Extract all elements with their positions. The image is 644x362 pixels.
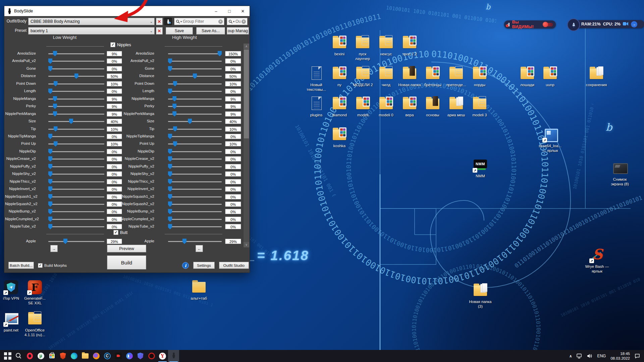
taskbar-red-utility-app[interactable] [146, 350, 157, 362]
settings-button[interactable]: Settings [193, 262, 215, 269]
desktop-icon-Снимок[interactable]: Снимок экрана (8) [605, 160, 635, 187]
slider-thumb[interactable] [48, 88, 52, 94]
taskbar-microsoft-store[interactable] [46, 350, 57, 362]
record-camera-icon[interactable] [623, 21, 629, 27]
slider-track[interactable] [168, 204, 222, 205]
slider-thumb[interactable] [48, 134, 52, 139]
network-icon[interactable] [577, 354, 582, 359]
slider-thumb[interactable] [168, 201, 172, 207]
slider-value[interactable]: 0% [225, 179, 241, 184]
info-button[interactable]: i [182, 262, 189, 269]
outfit-body-combobox[interactable]: CBBE 3BBB Body Amazing ⌄ [28, 18, 155, 25]
slider-value[interactable]: 0% [225, 201, 241, 207]
edit-body-button[interactable] [164, 18, 172, 25]
slider-thumb[interactable] [48, 149, 52, 154]
slider-value[interactable]: 0% [225, 194, 241, 199]
action-center-icon[interactable] [635, 354, 640, 359]
visibility-indicator-overlay[interactable]: Вы ВИДИМЫ! [504, 20, 556, 28]
preview-button[interactable]: Preview [107, 245, 146, 252]
slider-track[interactable] [48, 68, 104, 69]
slider-track[interactable] [48, 174, 104, 175]
taskbar-win-app[interactable] [124, 350, 135, 362]
group-filter-searchbox[interactable]: ▾ Group Filter ✕ [174, 18, 224, 25]
slider-thumb[interactable] [48, 156, 52, 162]
slider-thumb[interactable] [168, 66, 172, 71]
slider-track[interactable] [48, 204, 104, 205]
taskbar-search-button[interactable] [13, 350, 24, 362]
scroll-up-button[interactable]: ∧ [244, 44, 249, 49]
slider-track[interactable] [168, 61, 222, 62]
slider-value[interactable]: 0% [225, 134, 241, 139]
slider-value[interactable]: 50% [225, 73, 241, 79]
slider-thumb[interactable] [48, 164, 52, 169]
taskbar-utorrent[interactable]: µ [35, 350, 46, 362]
tray-overflow-chevron-icon[interactable]: ∧ [569, 354, 572, 358]
group-manager-button[interactable]: oup Manag [227, 27, 249, 35]
slider-thumb[interactable] [48, 171, 52, 177]
minimize-button[interactable]: – [209, 6, 223, 16]
slider-thumb[interactable] [48, 58, 52, 64]
desktop-icon-koshka[interactable]: koshka [325, 127, 354, 148]
taskbar-screen-capture-app[interactable] [113, 350, 124, 362]
slider-thumb[interactable] [48, 194, 52, 199]
taskbar-brave-browser[interactable] [57, 350, 68, 362]
desktop-icon-GenerateF...[interactable]: F↗GenerateF... SE XXL [20, 279, 50, 306]
slider-thumb[interactable] [53, 51, 57, 56]
slider-thumb[interactable] [173, 141, 177, 146]
slider-thumb[interactable] [53, 111, 57, 117]
slider-value[interactable]: 0% [225, 171, 241, 177]
slider-thumb[interactable] [182, 239, 186, 244]
slider-thumb[interactable] [54, 141, 58, 146]
slider-thumb[interactable] [168, 209, 172, 214]
slider-thumb[interactable] [168, 224, 172, 229]
desktop-icon-NMM[interactable]: NMM↗NMM [466, 157, 495, 178]
slider-thumb[interactable] [48, 179, 52, 184]
slider-thumb[interactable] [168, 134, 172, 139]
desktop-icon-OpenOffice[interactable]: OpenOffice 4.1.11 (ru)... [20, 311, 50, 338]
slider-track[interactable] [48, 226, 104, 227]
desktop-icon-норды[interactable]: норды [465, 66, 494, 87]
slider-value[interactable]: 0% [225, 186, 241, 192]
slider-thumb[interactable] [173, 81, 177, 86]
slider-thumb[interactable] [54, 126, 58, 132]
save-button[interactable]: Save [166, 27, 193, 35]
slider-value[interactable]: 9% [225, 111, 241, 117]
slider-thumb[interactable] [74, 73, 78, 79]
build-morphs-checkbox[interactable]: ✓ Build Morphs [38, 263, 67, 268]
slider-track[interactable] [168, 196, 222, 197]
outfit-studio-button[interactable]: Outfit Studio [219, 262, 249, 269]
copy-to-high-button[interactable]: → [50, 245, 58, 252]
slider-thumb[interactable] [48, 209, 52, 214]
slider-thumb[interactable] [48, 224, 52, 229]
scroll-down-button[interactable]: ∨ [244, 242, 249, 247]
desktop-icon-uunp[interactable]: uunp [535, 66, 565, 87]
slider-thumb[interactable] [63, 239, 67, 244]
slider-value[interactable]: 10% [225, 141, 241, 146]
performance-monitor-overlay[interactable]: RAM:21% CPU: 2% → [569, 20, 644, 28]
slider-track[interactable] [48, 219, 104, 220]
clear-search-icon[interactable]: ✕ [218, 19, 223, 24]
taskbar-ccleaner[interactable]: C [102, 350, 113, 362]
expand-arrow-button[interactable]: → [631, 21, 637, 27]
slider-value[interactable]: 40% [225, 119, 241, 124]
slider-track[interactable] [168, 181, 222, 182]
checkbox-checked-icon[interactable]: ✓ [38, 263, 43, 268]
slider-thumb[interactable] [48, 201, 52, 207]
search-dropdown-icon[interactable]: ▾ [233, 20, 234, 23]
slider-track[interactable] [168, 189, 222, 190]
taskbar-firefox-browser[interactable] [91, 350, 102, 362]
slider-thumb[interactable] [53, 96, 57, 102]
slider-track[interactable] [48, 181, 104, 182]
slider-thumb[interactable] [168, 164, 172, 169]
slider-value[interactable]: 10% [225, 126, 241, 132]
slider-track[interactable] [168, 151, 222, 152]
slider-value[interactable]: 0% [225, 224, 241, 229]
search-dropdown-icon[interactable]: ▾ [180, 20, 182, 23]
save-as-button[interactable]: Save As... [196, 27, 225, 35]
taskbar-bodyslide-app[interactable] [168, 350, 179, 362]
slider-track[interactable] [168, 68, 222, 69]
slider-value[interactable]: 0% [225, 149, 241, 154]
maximize-button[interactable]: □ [223, 6, 236, 16]
slider-thumb[interactable] [168, 156, 172, 162]
slider-track[interactable] [168, 136, 222, 137]
